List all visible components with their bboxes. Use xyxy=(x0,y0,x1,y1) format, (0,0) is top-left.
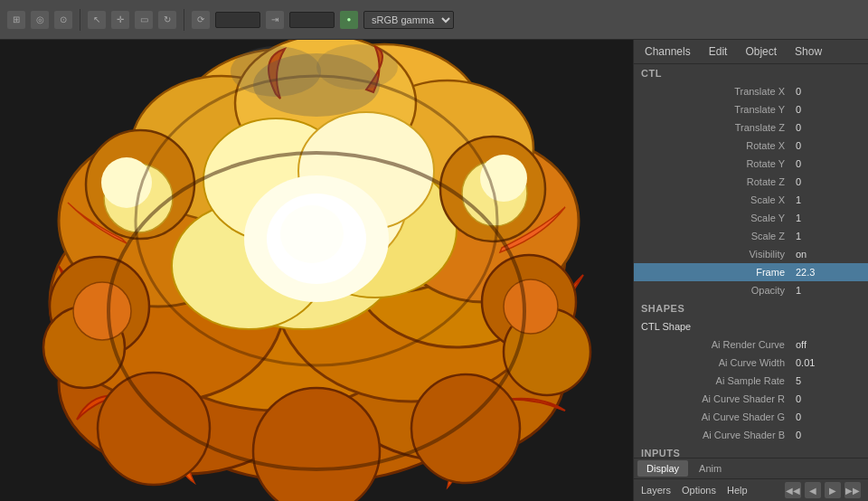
prop-label-ai-curve-width: Ai Curve Width xyxy=(637,357,792,368)
svg-point-35 xyxy=(253,388,380,501)
icon-move[interactable]: ✛ xyxy=(111,11,129,29)
main-content: Channels Edit Object Show CTL Translate … xyxy=(0,40,868,501)
menu-object[interactable]: Object xyxy=(741,43,780,60)
panel-scroll-area[interactable]: CTL Translate X 0 Translate Y 0 Translat… xyxy=(634,64,868,458)
prop-ai-curve-shader-g[interactable]: Ai Curve Shader G 0 xyxy=(634,408,868,426)
prop-ai-curve-width[interactable]: Ai Curve Width 0.01 xyxy=(634,354,868,372)
prop-value-ai-curve-shader-g: 0 xyxy=(792,411,864,422)
menu-edit[interactable]: Edit xyxy=(705,43,731,60)
prop-rotate-z[interactable]: Rotate Z 0 xyxy=(634,173,868,191)
menu-help[interactable]: Help xyxy=(727,485,748,496)
prop-value-frame: 22.3 xyxy=(792,267,864,278)
prop-value-ai-curve-width: 0.01 xyxy=(792,357,864,368)
prop-label-frame: Frame xyxy=(637,267,792,278)
ctl-section-header: CTL xyxy=(634,64,868,82)
nav-next-icon[interactable]: ▶ xyxy=(825,482,841,498)
prop-rotate-y[interactable]: Rotate Y 0 xyxy=(634,155,868,173)
prop-label-opacity: Opacity xyxy=(637,285,792,296)
prop-frame[interactable]: Frame 22.3 xyxy=(634,263,868,281)
nav-next-next-icon[interactable]: ▶▶ xyxy=(844,482,861,498)
prop-value-translate-y: 0 xyxy=(792,104,864,115)
prop-value-rotate-z: 0 xyxy=(792,176,864,187)
prop-value-scale-y: 1 xyxy=(792,213,864,223)
prop-value-opacity: 1 xyxy=(792,285,864,296)
icon-rotate[interactable]: ↻ xyxy=(158,11,176,29)
svg-point-34 xyxy=(411,374,520,483)
prop-ai-sample-rate[interactable]: Ai Sample Rate 5 xyxy=(634,372,868,390)
prop-label-rotate-z: Rotate Z xyxy=(637,176,792,187)
prop-value-rotate-y: 0 xyxy=(792,158,864,169)
sep2 xyxy=(184,9,184,31)
prop-value-visibility: on xyxy=(792,249,864,260)
prop-label-translate-z: Translate Z xyxy=(637,122,792,133)
bottom-menubar: Layers Options Help ◀◀ ◀ ▶ ▶▶ xyxy=(634,478,868,501)
prop-visibility[interactable]: Visibility on xyxy=(634,245,868,263)
prop-scale-x[interactable]: Scale X 1 xyxy=(634,191,868,209)
prop-rotate-x[interactable]: Rotate X 0 xyxy=(634,137,868,155)
icon-select[interactable]: ▭ xyxy=(135,11,153,29)
svg-point-46 xyxy=(316,44,398,90)
menu-show[interactable]: Show xyxy=(791,43,826,60)
prop-opacity[interactable]: Opacity 1 xyxy=(634,281,868,299)
prop-value-rotate-x: 0 xyxy=(792,140,864,151)
prop-label-scale-z: Scale Z xyxy=(637,231,792,241)
icon-color-dot[interactable]: ● xyxy=(340,11,358,29)
prop-label-ai-curve-shader-b: Ai Curve Shader B xyxy=(637,430,792,440)
svg-point-37 xyxy=(101,157,152,208)
menu-options[interactable]: Options xyxy=(682,485,716,496)
prop-value-ai-sample-rate: 5 xyxy=(792,375,864,386)
value-input-1[interactable]: 0.00 xyxy=(215,12,260,28)
colorspace-select[interactable]: sRGB gamma xyxy=(363,11,454,29)
nav-prev-icon[interactable]: ◀ xyxy=(805,482,821,498)
icon-cursor[interactable]: ↖ xyxy=(88,11,106,29)
nav-prev-prev-icon[interactable]: ◀◀ xyxy=(785,482,801,498)
svg-point-41 xyxy=(504,279,558,334)
sep1 xyxy=(80,9,80,31)
bottom-tabs: Display Anim Layers Options Help ◀◀ ◀ ▶ … xyxy=(634,458,868,501)
prop-label-ai-render-curve: Ai Render Curve xyxy=(637,339,792,350)
icon-refresh[interactable]: ⟳ xyxy=(192,11,210,29)
icon-view[interactable]: ◎ xyxy=(31,11,49,29)
viewport[interactable] xyxy=(0,40,633,501)
svg-point-33 xyxy=(98,373,210,485)
panel-menubar: Channels Edit Object Show xyxy=(634,40,868,64)
prop-value-ai-render-curve: off xyxy=(792,339,864,350)
prop-scale-y[interactable]: Scale Y 1 xyxy=(634,209,868,227)
prop-label-ai-sample-rate: Ai Sample Rate xyxy=(637,375,792,386)
prop-label-ai-curve-shader-g: Ai Curve Shader G xyxy=(637,411,792,422)
nav-icons: ◀◀ ◀ ▶ ▶▶ xyxy=(785,482,861,498)
menu-channels[interactable]: Channels xyxy=(641,43,694,60)
prop-label-scale-x: Scale X xyxy=(637,194,792,205)
menu-layers[interactable]: Layers xyxy=(641,485,671,496)
prop-value-scale-x: 1 xyxy=(792,194,864,205)
prop-scale-z[interactable]: Scale Z 1 xyxy=(634,227,868,245)
svg-point-26 xyxy=(280,205,344,263)
prop-ai-curve-shader-b[interactable]: Ai Curve Shader B 0 xyxy=(634,426,868,444)
prop-translate-z[interactable]: Translate Z 0 xyxy=(634,118,868,137)
prop-value-scale-z: 1 xyxy=(792,231,864,241)
value-input-2[interactable]: 1.00 xyxy=(289,12,335,28)
tab-display[interactable]: Display xyxy=(637,460,688,477)
explosion-svg xyxy=(5,40,628,501)
main-toolbar: ⊞ ◎ ⊙ ↖ ✛ ▭ ↻ ⟳ 0.00 ⇥ 1.00 ● sRGB gamma xyxy=(0,0,868,40)
shapes-section-header: SHAPES xyxy=(634,299,868,317)
tab-anim[interactable]: Anim xyxy=(690,460,731,477)
inputs-section-header: INPUTS xyxy=(634,444,868,458)
prop-translate-y[interactable]: Translate Y 0 xyxy=(634,100,868,118)
icon-grid[interactable]: ⊞ xyxy=(7,11,25,29)
prop-value-ai-curve-shader-r: 0 xyxy=(792,393,864,404)
icon-arrow[interactable]: ⇥ xyxy=(266,11,284,29)
prop-label-translate-y: Translate Y xyxy=(637,104,792,115)
svg-point-39 xyxy=(480,155,527,202)
prop-label-ai-curve-shader-r: Ai Curve Shader R xyxy=(637,393,792,404)
icon-settings[interactable]: ⊙ xyxy=(54,11,72,29)
shapes-sublabel: CTL Shape xyxy=(641,321,691,332)
prop-ai-curve-shader-r[interactable]: Ai Curve Shader R 0 xyxy=(634,390,868,408)
prop-translate-x[interactable]: Translate X 0 xyxy=(634,82,868,100)
prop-ai-render-curve[interactable]: Ai Render Curve off xyxy=(634,336,868,354)
svg-point-45 xyxy=(231,46,321,97)
prop-value-ai-curve-shader-b: 0 xyxy=(792,430,864,440)
prop-label-scale-y: Scale Y xyxy=(637,213,792,223)
prop-label-rotate-x: Rotate X xyxy=(637,140,792,151)
prop-value-translate-z: 0 xyxy=(792,122,864,133)
